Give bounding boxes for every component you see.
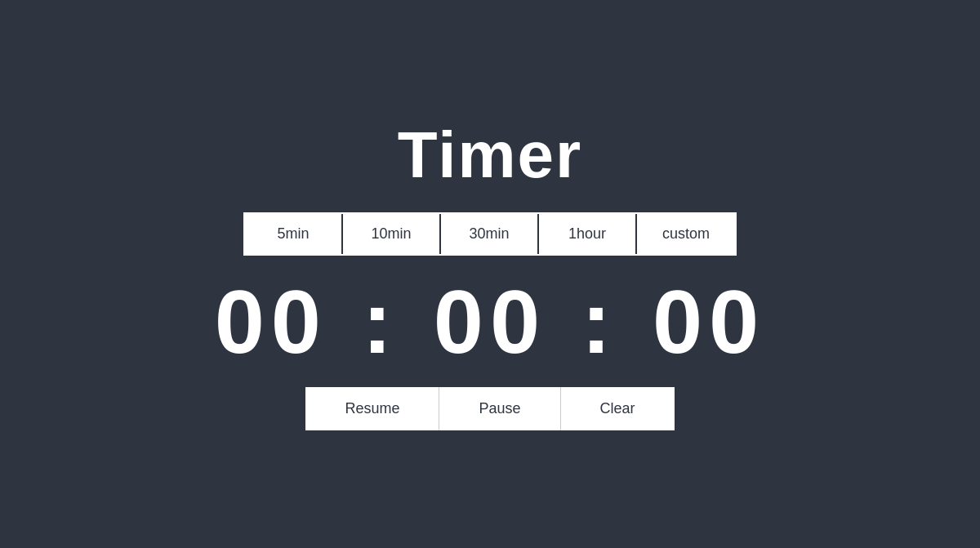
timer-seconds: 00 <box>653 271 765 372</box>
pause-button[interactable]: Pause <box>439 387 560 430</box>
timer-minutes: 00 <box>434 271 546 372</box>
timer-hours: 00 <box>215 271 327 372</box>
timer-separator-1: : <box>363 272 399 371</box>
preset-10min-button[interactable]: 10min <box>343 214 441 254</box>
clear-button[interactable]: Clear <box>561 387 675 430</box>
resume-button[interactable]: Resume <box>305 387 439 430</box>
preset-custom-button[interactable]: custom <box>637 214 735 254</box>
timer-display: 00 : 00 : 00 <box>215 272 766 371</box>
control-buttons-group: Resume Pause Clear <box>305 387 674 430</box>
app-container: Timer 5min 10min 30min 1hour custom 00 :… <box>215 118 766 430</box>
timer-separator-2: : <box>581 272 618 371</box>
preset-5min-button[interactable]: 5min <box>245 214 343 254</box>
app-title: Timer <box>398 118 582 193</box>
preset-30min-button[interactable]: 30min <box>441 214 539 254</box>
preset-1hour-button[interactable]: 1hour <box>539 214 637 254</box>
preset-buttons-group: 5min 10min 30min 1hour custom <box>243 212 737 256</box>
